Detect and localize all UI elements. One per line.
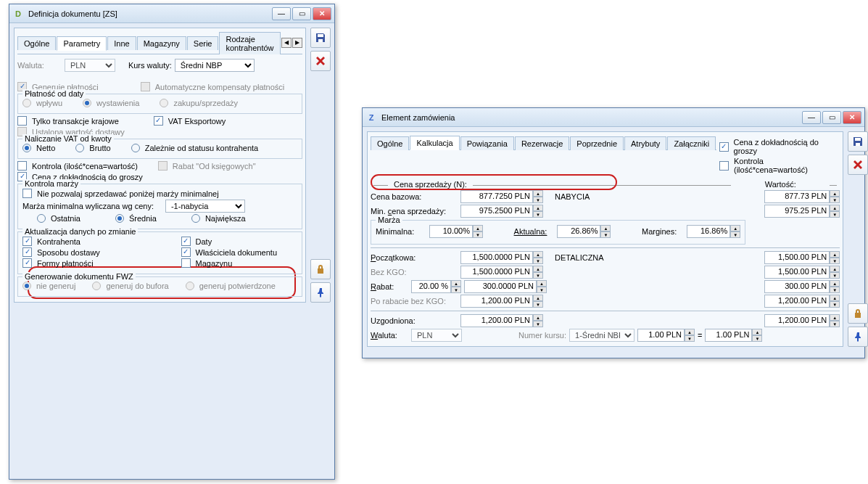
tab-next[interactable]: ▶ [292, 38, 302, 48]
grp-fwz: Generowanie dokumentu FWZ nie generuj ge… [17, 276, 302, 297]
grp-platnosc: Płatność od daty wpływu wystawienia zaku… [17, 94, 302, 114]
tab2-rez[interactable]: Rezerwacje [515, 136, 569, 150]
tab2-kalk[interactable]: Kalkulacja [410, 136, 459, 150]
grp-marza: Marża Minimalna: 10.00%▲▼ Aktualna: 26.8… [371, 220, 745, 245]
close-button[interactable]: ✕ [313, 7, 331, 20]
grp-aktual: Aktualizacja danych po zmianie Kontrahen… [17, 231, 302, 274]
val-mc-w: 975.25 PLN [764, 205, 830, 218]
waluta-select: PLN [65, 59, 115, 72]
chk-a-kontr[interactable] [22, 237, 32, 246]
pin-button[interactable] [310, 282, 331, 303]
chk-auto-komp [141, 82, 150, 91]
titlebar: D Definicja dokumentu [ZS] — ▭ ✕ [9, 4, 334, 23]
tab-parametry[interactable]: Parametry [57, 36, 107, 51]
chk-tylko-kraj[interactable] [17, 116, 27, 126]
r-zal[interactable] [131, 144, 140, 152]
tab2-pow[interactable]: Powiązania [460, 136, 514, 150]
window-title: Definicja dokumentu [ZS] [28, 9, 272, 18]
window-title2: Element zamówienia [381, 113, 802, 122]
marza-select[interactable]: -1-nabycia [165, 200, 245, 213]
lbl-wal: Waluta: [371, 331, 408, 340]
chk-a-formy[interactable] [22, 258, 32, 268]
save-button2[interactable] [848, 131, 868, 152]
val-cb: 877.7250 PLN [460, 190, 533, 203]
r-zak [160, 99, 168, 107]
svg-rect-0 [318, 34, 323, 37]
r-brutto[interactable] [75, 144, 84, 152]
svg-rect-1 [318, 39, 323, 42]
r-g-nie [22, 282, 31, 290]
tabs: Ogólne Parametry Inne Magazyny Serie Rod… [17, 31, 302, 54]
chk-kontrola[interactable] [17, 161, 27, 171]
chk-a-mag[interactable] [181, 258, 191, 268]
maximize-button[interactable]: ▭ [292, 7, 311, 20]
wal-select: PLN [411, 329, 462, 342]
lock-button[interactable] [310, 259, 331, 279]
tab-inne[interactable]: Inne [107, 36, 136, 50]
sidebtns2 [848, 131, 868, 347]
titlebar2: Z Element zamówienia — ▭ ✕ [363, 108, 864, 127]
lbl-marza-min: Marża minimalna wyliczana wg ceny: [22, 202, 154, 210]
tab2-ogolne[interactable]: Ogólne [371, 136, 409, 150]
chk-a-wlasc[interactable] [181, 247, 191, 257]
lock-button2[interactable] [848, 303, 868, 324]
grp-nalicz: Naliczanie VAT od kwoty Netto Brutto Zal… [17, 139, 302, 159]
waluta-label: Waluta: [17, 60, 44, 70]
kurs-select[interactable]: Średni NBP [175, 59, 255, 72]
chk-nie-pozw[interactable] [22, 189, 32, 198]
cancel-button2[interactable] [848, 155, 868, 175]
tabs2: Ogólne Kalkulacja Powiązania Rezerwacje … [371, 135, 716, 150]
pin-button2[interactable] [848, 327, 868, 347]
chk-a-daty[interactable] [181, 237, 191, 246]
lbl-auto-komp: Automatyczne kompensaty płatności [155, 83, 285, 91]
hdr-wart: Wartość: [737, 180, 824, 189]
app-icon2: Z [365, 112, 377, 123]
minimize-button[interactable]: — [272, 7, 291, 20]
tab2-atr[interactable]: Atrybuty [624, 136, 666, 150]
chk2-kontr[interactable] [719, 161, 729, 171]
svg-rect-3 [856, 143, 860, 146]
chk-vat-eksp[interactable] [154, 116, 163, 126]
tab2-pop[interactable]: Poprzednie [570, 136, 624, 150]
minimize-button2[interactable]: — [802, 111, 821, 124]
r-ost[interactable] [37, 214, 46, 223]
tab-serie[interactable]: Serie [187, 36, 219, 50]
gt-aktual: Aktualizacja danych po zmianie [22, 227, 138, 236]
hdr-cs: Cena sprzedaży (N): [394, 180, 467, 189]
r-g-potw [186, 282, 194, 290]
cancel-button[interactable] [310, 51, 331, 71]
lbl-rabat: Rabat: [371, 282, 408, 291]
gt-nalicz: Naliczanie VAT od kwoty [22, 134, 114, 143]
chk2-cena[interactable] [719, 142, 728, 152]
tab-magazyny[interactable]: Magazyny [137, 36, 186, 50]
tab-rodzaje[interactable]: Rodzaje kontrahentów [219, 32, 280, 54]
svg-rect-2 [855, 138, 861, 141]
r-najw[interactable] [191, 214, 200, 223]
tab2-zal[interactable]: Załączniki [667, 136, 716, 150]
maximize-button2[interactable]: ▭ [822, 111, 841, 124]
sidebtns [310, 28, 331, 303]
gt-fwz: Generowanie dokumentu FWZ [22, 272, 136, 281]
val-mc: 975.2500 PLN [460, 205, 533, 218]
r-netto[interactable] [22, 144, 31, 152]
close-button2[interactable]: ✕ [843, 111, 861, 124]
r-sred[interactable] [115, 214, 124, 223]
main-panel: Ogólne Parametry Inne Magazyny Serie Rod… [14, 28, 306, 303]
window-element-zam: Z Element zamówienia — ▭ ✕ Ogólne Kalkul… [362, 107, 865, 358]
chk-a-spos[interactable] [22, 247, 32, 257]
lbl-pocz: Początkowa: [371, 253, 458, 262]
lbl-uz: Uzgodniona: [371, 316, 458, 325]
lbl-cb: Cena bazowa: [371, 192, 458, 201]
tab-ogolne[interactable]: Ogólne [17, 36, 56, 50]
tab-prev[interactable]: ◀ [281, 38, 292, 48]
main-panel2: Ogólne Kalkulacja Powiązania Rezerwacje … [367, 131, 843, 347]
txt-nabycia: NABYCIA [555, 192, 590, 201]
grp-kmarzy: Kontrola marży Nie pozwalaj sprzedawać p… [17, 184, 302, 229]
r-g-buf [92, 282, 101, 290]
save-button[interactable] [310, 28, 331, 48]
nk-select: 1-Średni NBP [569, 329, 635, 342]
val-cb-w: 877.73 PLN [764, 190, 830, 203]
r-wplywu [22, 99, 31, 107]
lbl-mc: Min. cena sprzedaży: [371, 207, 458, 216]
r-wyst [83, 99, 91, 107]
